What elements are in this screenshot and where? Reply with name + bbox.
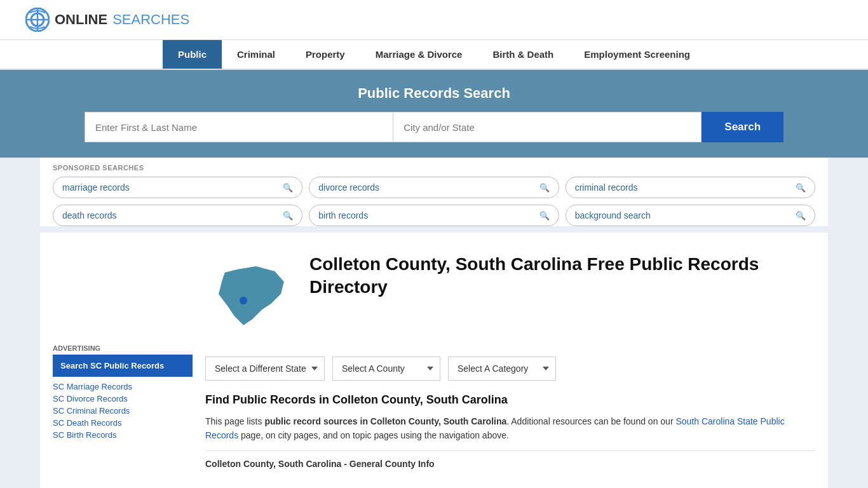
sidebar-link-birth[interactable]: SC Birth Records xyxy=(53,430,193,440)
name-input[interactable] xyxy=(85,112,393,142)
svg-point-4 xyxy=(240,297,247,304)
dropdown-row: Select a Different State Select A County… xyxy=(205,356,815,381)
header: ONLINESEARCHES xyxy=(0,0,868,40)
general-info-label: Colleton County, South Carolina - Genera… xyxy=(205,459,815,469)
pill-criminal-records[interactable]: criminal records 🔍 xyxy=(566,177,815,198)
search-icon: 🔍 xyxy=(796,183,806,193)
pill-marriage-records[interactable]: marriage records 🔍 xyxy=(53,177,302,198)
logo-text-searches: SEARCHES xyxy=(112,11,189,28)
find-records-section: Find Public Records in Colleton County, … xyxy=(205,393,815,469)
sponsored-section: SPONSORED SEARCHES marriage records 🔍 di… xyxy=(40,158,828,226)
nav-item-marriage-divorce[interactable]: Marriage & Divorce xyxy=(360,40,478,69)
location-input[interactable] xyxy=(393,112,702,142)
sidebar-link-marriage[interactable]: SC Marriage Records xyxy=(53,382,193,391)
pills-row-2: death records 🔍 birth records 🔍 backgrou… xyxy=(53,205,815,226)
search-icon: 🔍 xyxy=(796,211,806,220)
main-wrapper: Advertising Search SC Public Records SC … xyxy=(40,233,828,488)
state-section: Colleton County, South Carolina Free Pub… xyxy=(205,253,815,344)
sidebar-ad-box[interactable]: Search SC Public Records xyxy=(53,355,193,377)
pills-row-1: marriage records 🔍 divorce records 🔍 cri… xyxy=(53,177,815,198)
state-dropdown[interactable]: Select a Different State xyxy=(205,356,325,381)
search-icon: 🔍 xyxy=(283,211,293,220)
find-description: This page lists public record sources in… xyxy=(205,414,815,443)
pill-death-records[interactable]: death records 🔍 xyxy=(53,205,302,226)
nav-item-property[interactable]: Property xyxy=(290,40,360,69)
category-dropdown[interactable]: Select A Category xyxy=(448,356,556,381)
search-banner-title: Public Records Search xyxy=(25,85,843,102)
section-divider xyxy=(205,451,815,451)
sidebar-link-criminal[interactable]: SC Criminal Records xyxy=(53,406,193,416)
sidebar-link-divorce[interactable]: SC Divorce Records xyxy=(53,394,193,403)
nav-item-public[interactable]: Public xyxy=(163,40,222,69)
south-carolina-map-svg xyxy=(205,253,294,342)
sidebar-link-death[interactable]: SC Death Records xyxy=(53,418,193,428)
search-button[interactable]: Search xyxy=(702,112,783,142)
content-area: Colleton County, South Carolina Free Pub… xyxy=(205,243,815,488)
page-title: Colleton County, South Carolina Free Pub… xyxy=(309,253,815,299)
search-icon: 🔍 xyxy=(283,183,293,193)
search-icon: 🔍 xyxy=(539,211,550,220)
sidebar: Advertising Search SC Public Records SC … xyxy=(53,243,193,488)
search-icon: 🔍 xyxy=(539,183,550,193)
pill-divorce-records[interactable]: divorce records 🔍 xyxy=(309,177,559,198)
logo-icon xyxy=(25,8,50,32)
sidebar-ad-label: Advertising xyxy=(53,344,193,352)
county-dropdown[interactable]: Select A County xyxy=(332,356,440,381)
nav-item-birth-death[interactable]: Birth & Death xyxy=(477,40,569,69)
pill-birth-records[interactable]: birth records 🔍 xyxy=(309,205,559,226)
logo-text-online: ONLINE xyxy=(55,11,107,28)
state-map xyxy=(205,253,294,344)
search-banner: Public Records Search Search xyxy=(0,70,868,158)
nav-item-criminal[interactable]: Criminal xyxy=(222,40,290,69)
pill-background-search[interactable]: background search 🔍 xyxy=(566,205,815,226)
main-nav: Public Criminal Property Marriage & Divo… xyxy=(0,40,868,70)
search-form: Search xyxy=(85,112,783,142)
find-title: Find Public Records in Colleton County, … xyxy=(205,393,815,407)
nav-item-employment[interactable]: Employment Screening xyxy=(569,40,705,69)
logo-area[interactable]: ONLINESEARCHES xyxy=(25,8,189,32)
sponsored-label: SPONSORED SEARCHES xyxy=(53,164,815,172)
